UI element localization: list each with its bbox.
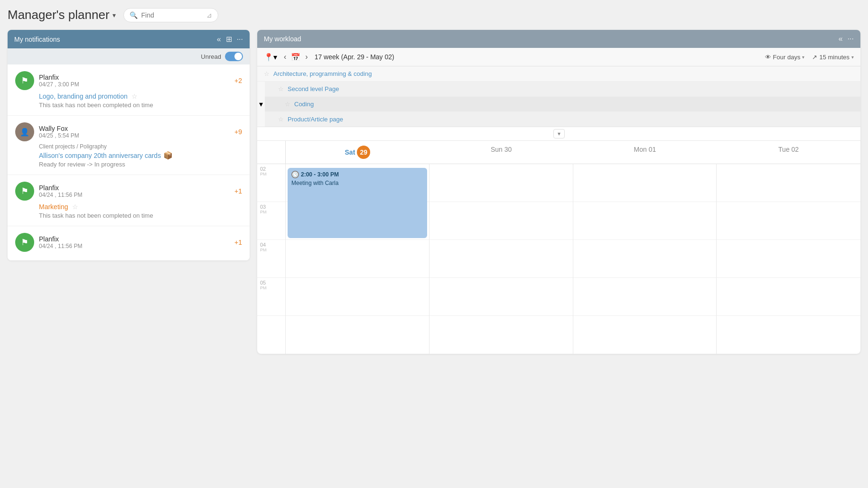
more-icon[interactable]: ··· bbox=[237, 35, 243, 44]
filter-icon[interactable]: ⊿ bbox=[206, 11, 212, 19]
day-slot bbox=[286, 240, 429, 278]
workload-header-actions: « ··· bbox=[839, 35, 854, 43]
collapse-arrow[interactable]: ▾ bbox=[257, 82, 265, 127]
day-slot bbox=[717, 164, 860, 202]
emoji-icon: 📦 bbox=[163, 151, 173, 159]
calendar-header: Sat 29 Sun 30 Mon 01 Tue 02 bbox=[257, 141, 860, 164]
notif-sender: Planfix bbox=[39, 74, 230, 81]
collapse-icon[interactable]: « bbox=[217, 35, 221, 44]
workload-more-icon[interactable]: ··· bbox=[848, 35, 854, 43]
notif-time: 04/24 , 11:56 PM bbox=[39, 192, 230, 198]
next-week-button[interactable]: › bbox=[303, 52, 309, 62]
task-star-icon: ☆ bbox=[278, 116, 284, 123]
pm-label: PM bbox=[260, 210, 267, 214]
event-time-label: 2:00 - 3:00 PM bbox=[301, 171, 339, 178]
workload-title: My workload bbox=[264, 35, 301, 43]
day-col-sat: 🕑 2:00 - 3:00 PM Meeting with Carla bbox=[286, 164, 429, 354]
cal-header-tue: Tue 02 bbox=[717, 141, 860, 164]
calendar-icon-button[interactable]: 📅 bbox=[291, 53, 300, 62]
app-title-chevron[interactable]: ▾ bbox=[112, 11, 116, 19]
day-name-tue: Tue bbox=[778, 146, 790, 153]
notif-header: ⚑ Planfix 04/24 , 11:56 PM +1 bbox=[15, 233, 242, 252]
day-num-mon: 01 bbox=[649, 146, 656, 153]
workload-header: My workload « ··· bbox=[257, 30, 860, 48]
avatar: ⚑ bbox=[15, 71, 34, 90]
avatar: ⚑ bbox=[15, 182, 34, 201]
task-name: Coding bbox=[294, 101, 314, 108]
toolbar-nav: ‹ 📅 › bbox=[282, 52, 310, 62]
notif-meta: Planfix 04/24 , 11:56 PM bbox=[39, 235, 230, 249]
task-collapsible: ▾ ☆ Second level Page ☆ Coding ☆ Product… bbox=[257, 82, 860, 127]
interval-label: 15 minutes bbox=[819, 54, 849, 61]
task-row[interactable]: ☆ Architecture, programming & coding bbox=[257, 66, 860, 82]
calendar-body: 02PM 03PM 04PM bbox=[257, 164, 860, 354]
time-label-05: 05PM bbox=[260, 280, 267, 290]
unread-bar: Unread bbox=[8, 48, 250, 64]
grid-icon[interactable]: ⊞ bbox=[226, 35, 232, 44]
toolbar-right: 👁 Four days ▾ ↗ 15 minutes ▾ bbox=[765, 54, 854, 61]
interval-caret: ▾ bbox=[851, 55, 854, 60]
event-time: 🕑 2:00 - 3:00 PM bbox=[291, 171, 423, 178]
notif-link[interactable]: Logo, branding and promotion bbox=[39, 92, 128, 100]
task-list-section: ☆ Architecture, programming & coding ▾ ☆… bbox=[257, 66, 860, 127]
notif-time: 04/25 , 5:54 PM bbox=[39, 132, 230, 139]
prev-week-button[interactable]: ‹ bbox=[282, 52, 288, 62]
interval-button[interactable]: ↗ 15 minutes ▾ bbox=[812, 54, 854, 61]
notification-card: ⚑ Planfix 04/24 , 11:56 PM +1 Marketing … bbox=[8, 175, 250, 226]
avatar: ⚑ bbox=[15, 233, 34, 252]
interval-icon: ↗ bbox=[812, 54, 817, 61]
notif-header: 👤 Wally Fox 04/25 , 5:54 PM +9 bbox=[15, 122, 242, 141]
day-slot bbox=[429, 164, 573, 202]
time-slot-03: 03PM bbox=[257, 202, 285, 240]
day-slot bbox=[286, 278, 429, 316]
search-bar: 🔍 ⊿ bbox=[123, 8, 218, 22]
day-slot bbox=[573, 164, 717, 202]
cal-header-sat: Sat 29 bbox=[286, 141, 429, 164]
view-mode-button[interactable]: 👁 Four days ▾ bbox=[765, 54, 805, 61]
day-col-sun bbox=[429, 164, 573, 354]
notif-desc: This task has not been completed on time bbox=[39, 212, 242, 219]
search-input[interactable] bbox=[141, 11, 203, 19]
notifications-panel: My notifications « ⊞ ··· Unread ⚑ Planfi… bbox=[8, 30, 250, 260]
notifications-title: My notifications bbox=[14, 36, 60, 43]
unread-toggle[interactable] bbox=[225, 52, 243, 61]
star-icon[interactable]: ☆ bbox=[131, 92, 138, 100]
event-block[interactable]: 🕑 2:00 - 3:00 PM Meeting with Carla bbox=[288, 168, 427, 238]
notifications-header: My notifications « ⊞ ··· bbox=[8, 30, 250, 48]
expand-button[interactable]: ▾ bbox=[553, 129, 565, 138]
task-name: Second level Page bbox=[288, 85, 339, 92]
notif-body: Client projects / Poligraphy Allison's c… bbox=[15, 143, 242, 168]
view-mode-label: Four days bbox=[773, 54, 801, 61]
notif-link[interactable]: Allison's company 20th anniversary cards bbox=[39, 152, 161, 159]
day-name-mon: Mon bbox=[634, 146, 647, 153]
day-slot bbox=[429, 202, 573, 240]
notif-body: Marketing ☆ This task has not been compl… bbox=[15, 203, 242, 219]
view-mode-caret: ▾ bbox=[802, 55, 804, 60]
day-num-today: 29 bbox=[357, 146, 370, 159]
pm-label: PM bbox=[260, 248, 267, 252]
task-row[interactable]: ☆ Second level Page bbox=[265, 82, 860, 97]
location-button[interactable]: 📍▾ bbox=[264, 53, 277, 62]
calendar-container: Sat 29 Sun 30 Mon 01 Tue 02 bbox=[257, 141, 860, 354]
time-slot-04: 04PM bbox=[257, 240, 285, 278]
task-star-icon: ☆ bbox=[264, 70, 270, 77]
day-slot bbox=[717, 202, 860, 240]
task-name: Product/Article page bbox=[288, 116, 343, 123]
workload-collapse-icon[interactable]: « bbox=[839, 35, 843, 43]
avatar: 👤 bbox=[15, 122, 34, 141]
search-icon: 🔍 bbox=[130, 11, 138, 19]
notifications-header-actions: « ⊞ ··· bbox=[217, 35, 243, 44]
day-col-mon bbox=[573, 164, 717, 354]
day-slot bbox=[429, 240, 573, 278]
task-row[interactable]: ☆ Coding bbox=[265, 97, 860, 112]
day-slot bbox=[573, 240, 717, 278]
task-row[interactable]: ☆ Product/Article page bbox=[265, 112, 860, 127]
notif-sender: Planfix bbox=[39, 184, 230, 192]
task-star-icon: ☆ bbox=[285, 101, 290, 108]
notif-header: ⚑ Planfix 04/27 , 3:00 PM +2 bbox=[15, 71, 242, 90]
star-icon[interactable]: ☆ bbox=[72, 203, 78, 211]
cal-header-sun: Sun 30 bbox=[429, 141, 573, 164]
task-star-icon: ☆ bbox=[278, 85, 284, 92]
notif-meta: Planfix 04/24 , 11:56 PM bbox=[39, 184, 230, 198]
notif-link[interactable]: Marketing bbox=[39, 203, 68, 211]
